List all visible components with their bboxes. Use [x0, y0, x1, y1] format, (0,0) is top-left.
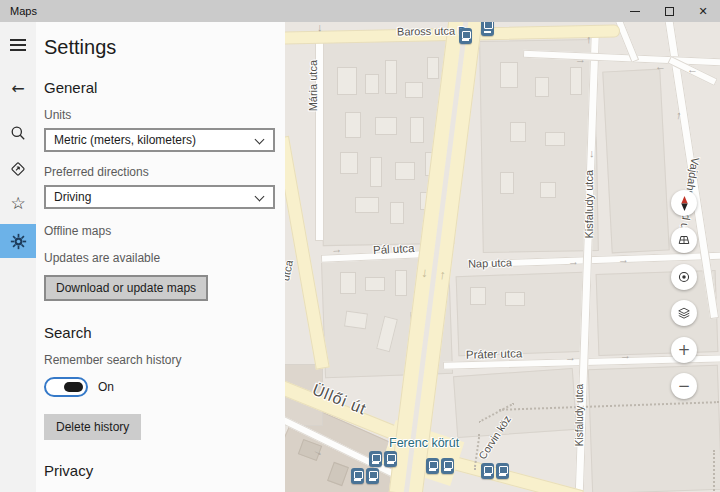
- preferred-directions-value: Driving: [54, 190, 91, 204]
- units-dropdown[interactable]: Metric (meters, kilometers): [44, 128, 275, 152]
- building: [395, 270, 407, 296]
- search-history-toggle[interactable]: [44, 377, 88, 397]
- sidebar-item-search[interactable]: [0, 118, 36, 148]
- street-label-maria: Mária utca: [307, 60, 319, 111]
- page-title: Settings: [44, 36, 275, 59]
- titlebar: Maps ✕: [0, 0, 720, 22]
- preferred-directions-label: Preferred directions: [44, 165, 275, 179]
- oneway-arrow: ←: [687, 64, 698, 75]
- current-location-icon: [677, 270, 691, 284]
- directions-icon: [10, 161, 26, 177]
- sidebar-item-directions[interactable]: [0, 154, 36, 184]
- map-canvas[interactable]: ↓ ↑ ↓ → → → → → → ← ← ↑ ↓ ↑ → Baross utc…: [285, 22, 720, 492]
- oneway-arrow: ↑: [586, 34, 592, 45]
- tram-stop-icon: [369, 451, 382, 467]
- maximize-icon: [665, 7, 674, 16]
- city-block: [588, 365, 720, 492]
- transit-stop-label-ferenc-korut: Ferenc körút: [389, 436, 459, 450]
- sidebar-item-settings[interactable]: [0, 224, 36, 258]
- general-heading: General: [44, 79, 275, 96]
- building: [470, 287, 486, 305]
- street-label-partial: utca: [285, 259, 295, 282]
- building: [340, 272, 356, 294]
- minus-icon: −: [678, 377, 691, 395]
- city-block: [453, 368, 577, 438]
- building: [375, 117, 397, 135]
- bus-stop-icon: [366, 468, 379, 484]
- minimize-icon: [630, 11, 640, 12]
- oneway-arrow: ←: [655, 61, 666, 72]
- current-location-button[interactable]: [671, 264, 697, 290]
- map-layers-button[interactable]: [671, 300, 697, 326]
- building: [427, 57, 439, 79]
- tram-stop-icon: [426, 458, 439, 474]
- tilt-view-button[interactable]: [671, 227, 697, 253]
- download-update-maps-button[interactable]: Download or update maps: [44, 275, 208, 301]
- bus-stop-icon: [441, 458, 454, 474]
- building: [365, 74, 379, 94]
- oneway-arrow: →: [568, 256, 579, 267]
- street-label-nap: Nap utca: [468, 256, 512, 270]
- back-button[interactable]: ←: [0, 74, 36, 104]
- city-block: [456, 272, 587, 356]
- street-label-kisfaludy: Kisfaludy utca: [583, 170, 595, 238]
- compass-icon: [679, 196, 690, 211]
- transit-stop-icon[interactable]: [481, 22, 494, 36]
- oneway-arrow: ↓: [589, 148, 595, 159]
- building: [355, 197, 379, 213]
- transit-stop-group[interactable]: [426, 458, 454, 474]
- tram-stop-icon: [351, 468, 364, 484]
- preferred-directions-dropdown[interactable]: Driving: [44, 185, 275, 209]
- window-title: Maps: [0, 5, 618, 17]
- bus-stop-icon: [496, 463, 509, 479]
- building: [405, 82, 423, 98]
- menu-button[interactable]: [0, 30, 36, 60]
- path: [713, 450, 715, 492]
- tram-stop-icon: [481, 463, 494, 479]
- building: [570, 67, 582, 95]
- oneway-arrow: →: [575, 54, 586, 65]
- building: [345, 112, 361, 138]
- settings-panel: Settings General Units Metric (meters, k…: [36, 22, 285, 492]
- oneway-arrow: →: [620, 350, 631, 361]
- building: [385, 60, 397, 94]
- search-heading: Search: [44, 324, 275, 341]
- maximize-button[interactable]: [652, 0, 686, 22]
- plus-icon: +: [678, 341, 691, 359]
- transit-stop-group[interactable]: [369, 451, 397, 467]
- street-label-baross: Baross utca D: [397, 24, 466, 37]
- units-dropdown-value: Metric (meters, kilometers): [54, 133, 196, 147]
- maps-app-window: Maps ✕ ← ☆: [0, 0, 720, 492]
- compass-button[interactable]: [671, 190, 697, 216]
- close-button[interactable]: ✕: [686, 0, 720, 22]
- building: [365, 277, 385, 291]
- sidebar-item-favorites[interactable]: ☆: [0, 188, 36, 218]
- street-label-kisfaludy-lower: Kisfaludy utca: [574, 384, 585, 446]
- oneway-arrow: →: [331, 244, 343, 256]
- minimize-button[interactable]: [618, 0, 652, 22]
- building: [337, 67, 357, 95]
- zoom-out-button[interactable]: −: [671, 373, 697, 399]
- transit-stop-group[interactable]: [481, 463, 509, 479]
- building: [500, 172, 514, 194]
- transit-stop-group[interactable]: [351, 468, 379, 484]
- building: [535, 77, 549, 97]
- building: [410, 117, 424, 143]
- oneway-arrow: →: [565, 352, 576, 363]
- zoom-in-button[interactable]: +: [671, 337, 697, 363]
- units-label: Units: [44, 108, 275, 122]
- gear-icon: [10, 233, 27, 250]
- sidebar: ← ☆: [0, 22, 36, 492]
- chevron-down-icon: [255, 135, 265, 145]
- star-icon: ☆: [10, 195, 25, 212]
- toggle-state-label: On: [98, 380, 114, 394]
- building: [390, 202, 404, 224]
- layers-icon: [677, 306, 691, 320]
- delete-history-button[interactable]: Delete history: [44, 414, 141, 440]
- offline-maps-label: Offline maps: [44, 224, 275, 238]
- city-block: [596, 270, 719, 356]
- search-icon: [10, 125, 26, 141]
- close-icon: ✕: [698, 5, 707, 18]
- oneway-arrow: ↓: [317, 22, 323, 33]
- transit-stop-icon[interactable]: [459, 28, 472, 44]
